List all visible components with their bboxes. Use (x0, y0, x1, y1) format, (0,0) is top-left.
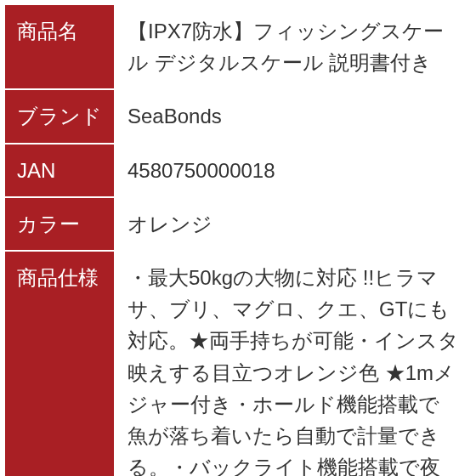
row-label-product-name: 商品名 (4, 4, 115, 89)
row-value-spec: ・最大50kgの大物に対応 !!ヒラマサ、ブリ、マグロ、クエ、GTにも対応。★両… (115, 251, 472, 476)
row-value-jan: 4580750000018 (115, 144, 472, 197)
row-value-color: オレンジ (115, 197, 472, 251)
table-row: 商品名 【IPX7防水】フィッシングスケール デジタルスケール 説明書付き (4, 4, 472, 89)
row-label-jan: JAN (4, 144, 115, 197)
row-value-product-name: 【IPX7防水】フィッシングスケール デジタルスケール 説明書付き (115, 4, 472, 89)
row-label-brand: ブランド (4, 89, 115, 143)
product-spec-table: 商品名 【IPX7防水】フィッシングスケール デジタルスケール 説明書付き ブラ… (3, 3, 473, 476)
table-row: カラー オレンジ (4, 197, 472, 251)
row-label-color: カラー (4, 197, 115, 251)
table-row: JAN 4580750000018 (4, 144, 472, 197)
row-label-spec: 商品仕様 (4, 251, 115, 476)
table-row: ブランド SeaBonds (4, 89, 472, 143)
row-value-brand: SeaBonds (115, 89, 472, 143)
table-row: 商品仕様 ・最大50kgの大物に対応 !!ヒラマサ、ブリ、マグロ、クエ、GTにも… (4, 251, 472, 476)
